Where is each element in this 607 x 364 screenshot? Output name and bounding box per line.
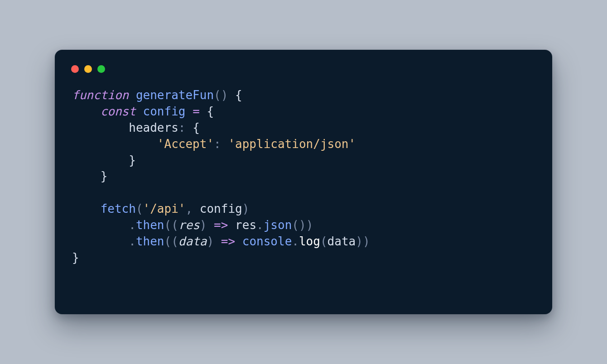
minimize-icon[interactable] [84, 65, 92, 73]
code-token: ( [320, 235, 328, 248]
code-token: => [221, 235, 235, 248]
code-token: } [72, 251, 79, 264]
code-token: ( [164, 235, 172, 248]
code-token: res [235, 218, 256, 232]
code-token: data [178, 235, 207, 248]
code-token [136, 105, 143, 118]
code-token: } [129, 153, 136, 167]
code-token [214, 235, 221, 248]
code-token: '/api' [143, 202, 186, 216]
code-token: ) [242, 202, 250, 216]
code-token: log [299, 235, 320, 248]
code-token: ) [207, 235, 214, 248]
code-token [72, 169, 101, 183]
code-token [72, 202, 101, 216]
code-token: data [328, 235, 356, 248]
code-token: . [129, 218, 136, 232]
code-token: ) [306, 218, 313, 232]
code-token: ( [164, 218, 172, 232]
code-token [72, 218, 129, 232]
code-token: . [292, 235, 299, 248]
code-token: ( [292, 218, 299, 232]
code-token [193, 202, 200, 216]
code-token: ( [136, 202, 143, 216]
code-token: ( [171, 218, 178, 232]
code-token [221, 137, 228, 151]
code-token: . [256, 218, 264, 232]
close-icon[interactable] [71, 65, 79, 73]
code-token: headers [129, 121, 178, 134]
code-token: ) [200, 218, 207, 232]
code-token: res [178, 218, 200, 232]
code-token: { [235, 88, 242, 102]
code-token: 'application/json' [228, 137, 356, 151]
code-token: ) [221, 88, 228, 102]
code-token [185, 105, 193, 118]
code-token: => [214, 218, 228, 232]
code-token: 'Accept' [157, 137, 214, 151]
code-token [207, 218, 214, 232]
code-token: { [207, 105, 214, 118]
code-token: fetch [101, 202, 136, 216]
code-token: , [185, 202, 193, 216]
code-token: } [101, 169, 108, 183]
code-token: { [193, 121, 200, 134]
page-background: function generateFun() { const config = … [0, 0, 607, 364]
code-token: : [178, 121, 186, 134]
code-token: = [193, 105, 200, 118]
code-token [72, 121, 129, 134]
code-token: json [264, 218, 292, 232]
code-token: console [242, 235, 292, 248]
code-token: then [136, 218, 164, 232]
code-token: ) [356, 235, 363, 248]
code-token: config [143, 105, 186, 118]
code-token [228, 218, 235, 232]
code-token: ( [214, 88, 221, 102]
code-token [185, 121, 193, 134]
code-window: function generateFun() { const config = … [55, 50, 552, 314]
code-token [72, 235, 129, 248]
window-traffic-lights [69, 62, 538, 81]
code-token [235, 235, 242, 248]
code-token: : [214, 137, 221, 151]
code-block: function generateFun() { const config = … [69, 81, 538, 266]
code-token [72, 105, 101, 118]
code-token: config [200, 202, 242, 216]
code-token [129, 88, 136, 102]
zoom-icon[interactable] [97, 65, 105, 73]
code-token [72, 153, 129, 167]
code-token: then [136, 235, 164, 248]
code-token [200, 105, 207, 118]
code-token: ) [363, 235, 370, 248]
code-token [228, 88, 235, 102]
code-token: generateFun [136, 88, 214, 102]
code-token: ) [299, 218, 306, 232]
code-token: . [129, 235, 136, 248]
code-token: function [72, 88, 129, 102]
code-token [72, 137, 157, 151]
code-token: const [101, 105, 136, 118]
code-token: ( [171, 235, 178, 248]
